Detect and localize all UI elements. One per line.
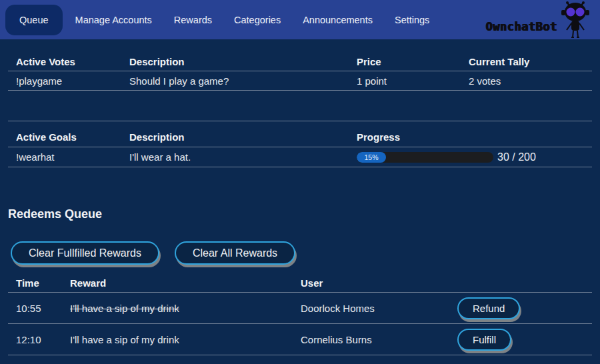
nav-items: Queue Manage Accounts Rewards Categories… xyxy=(5,5,429,35)
table-row: 10:55 I'll have a sip of my drink Doorlo… xyxy=(8,293,592,324)
redeem-reward: I'll have a sip of my drink xyxy=(62,299,293,318)
tab-rewards[interactable]: Rewards xyxy=(174,15,212,25)
goal-command: !wearhat xyxy=(8,147,121,167)
goal-progress-cell: 15% 30 / 200 xyxy=(349,147,592,167)
active-goals-header-row: Active Goals Description Progress xyxy=(8,121,592,147)
redeem-user: Cornelius Burns xyxy=(293,330,449,349)
goal-description: I'll wear a hat. xyxy=(121,147,349,167)
column-header-progress: Progress xyxy=(349,127,592,147)
redeems-actions: Clear Fullfilled Rewards Clear All Rewar… xyxy=(11,241,592,265)
table-row: !wearhat I'll wear a hat. 15% 30 / 200 xyxy=(8,147,592,167)
vote-command: !playgame xyxy=(8,71,121,91)
redeem-reward: I'll have a sip of my drink xyxy=(62,330,293,349)
column-header-price: Price xyxy=(349,52,461,71)
table-row: 12:10 I'll have a sip of my drink Cornel… xyxy=(8,324,592,355)
tab-categories[interactable]: Categories xyxy=(234,15,281,25)
column-header-active-votes: Active Votes xyxy=(8,52,121,71)
redeems-header-row: Time Reward User xyxy=(8,274,592,293)
column-header-reward: Reward xyxy=(62,273,293,293)
progress-bar: 15% xyxy=(357,152,493,163)
vote-price: 1 point xyxy=(349,71,461,91)
column-header-time: Time xyxy=(8,273,62,293)
redeem-time: 10:55 xyxy=(8,299,62,318)
tab-settings[interactable]: Settings xyxy=(395,15,429,25)
column-header-description: Description xyxy=(121,127,349,147)
robot-mascot-icon xyxy=(555,1,596,39)
refund-button[interactable]: Refund xyxy=(457,297,520,319)
vote-tally: 2 votes xyxy=(461,71,592,91)
column-header-user: User xyxy=(293,273,449,293)
progress-bar-fill: 15% xyxy=(357,152,386,163)
table-row: !playgame Should I play a game? 1 point … xyxy=(8,71,592,91)
fulfill-button[interactable]: Fulfill xyxy=(457,329,511,351)
progress-value: 30 / 200 xyxy=(497,151,536,163)
tab-manage-accounts[interactable]: Manage Accounts xyxy=(75,15,152,25)
clear-all-rewards-button[interactable]: Clear All Rewards xyxy=(175,241,295,265)
column-header-active-goals: Active Goals xyxy=(8,127,121,147)
main-content: Active Votes Description Price Current T… xyxy=(0,53,600,355)
column-header-action xyxy=(449,279,592,287)
top-nav: Queue Manage Accounts Rewards Categories… xyxy=(0,0,600,39)
tab-announcements[interactable]: Announcements xyxy=(303,15,373,25)
redeems-queue-title: Redeems Queue xyxy=(8,207,592,221)
column-header-description: Description xyxy=(121,52,349,71)
vote-description: Should I play a game? xyxy=(121,71,349,91)
clear-fulfilled-rewards-button[interactable]: Clear Fullfilled Rewards xyxy=(11,241,159,265)
redeems-table: Time Reward User 10:55 I'll have a sip o… xyxy=(8,274,592,355)
active-votes-table: Active Votes Description Price Current T… xyxy=(8,53,592,91)
tab-queue[interactable]: Queue xyxy=(5,5,63,35)
redeem-time: 12:10 xyxy=(8,330,62,349)
redeem-action-cell: Fulfill xyxy=(449,325,592,355)
redeem-action-cell: Refund xyxy=(449,293,592,323)
brand-logo-text: OwnchatBot xyxy=(486,20,557,33)
column-header-current-tally: Current Tally xyxy=(461,52,592,71)
active-votes-header-row: Active Votes Description Price Current T… xyxy=(8,53,592,71)
brand: OwnchatBot xyxy=(486,0,600,39)
active-goals-table: Active Goals Description Progress !wearh… xyxy=(8,121,592,167)
redeem-user: Doorlock Homes xyxy=(293,299,449,318)
